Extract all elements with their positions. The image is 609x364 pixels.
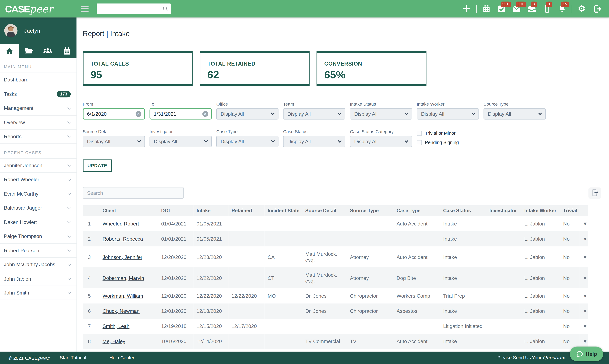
checkbox-trivial-or-minor[interactable]: Trivial or Minor <box>417 130 459 136</box>
recent-case-item[interactable]: Robert Pearson <box>0 243 77 257</box>
gear-button[interactable]: ⚙ <box>574 0 589 17</box>
select-dropdown[interactable]: Display All <box>216 136 279 147</box>
row-expand-arrow[interactable]: ▼ <box>580 247 588 267</box>
chevron-down-icon <box>271 139 275 143</box>
calendar-button[interactable] <box>479 0 494 17</box>
select-dropdown[interactable]: Display All <box>283 136 345 147</box>
chevron-down-icon <box>538 111 542 115</box>
date-input[interactable]: 1/31/2021✕ <box>149 108 212 119</box>
cell: Attorney <box>347 247 393 267</box>
cell: L. Jablon <box>521 334 560 349</box>
client-link[interactable]: Roberts, Rebecca <box>103 236 143 242</box>
sidebar-item-management[interactable]: Management <box>0 101 77 115</box>
client-link[interactable]: Workman, William <box>103 293 143 299</box>
plus-button[interactable] <box>459 0 474 17</box>
recent-case-item[interactable]: John McCarthy Jacobs <box>0 257 77 272</box>
recent-case-item[interactable]: Robert Wheeler <box>0 172 77 186</box>
global-search-box[interactable] <box>97 3 171 14</box>
filter-from: From6/1/2020✕ <box>83 102 145 119</box>
update-button[interactable]: UPDATE <box>83 159 112 172</box>
client-link[interactable]: Me, Haley <box>103 338 125 344</box>
cell: 12/22/2020 <box>193 267 229 288</box>
user-name: Jaclyn <box>24 28 40 34</box>
help-button[interactable]: Help <box>570 347 603 361</box>
avatar[interactable] <box>4 24 17 37</box>
casepeer-logo[interactable]: CASEpeer <box>0 3 73 14</box>
checkbox-box[interactable] <box>417 140 422 145</box>
footer-help-center-link[interactable]: Help Center <box>109 355 134 360</box>
row-expand-arrow[interactable]: ▼ <box>580 216 588 231</box>
bell-button[interactable]: 15 <box>555 0 569 17</box>
recent-case-item[interactable]: Paige Thompson <box>0 229 77 243</box>
global-search-input[interactable] <box>100 6 162 11</box>
cell: No <box>560 231 580 247</box>
table-header-row: ClientDOIIntakeRetainedIncident StateSou… <box>83 205 588 216</box>
recent-case-item[interactable]: Balthasar Jagger <box>0 201 77 215</box>
recent-case-item[interactable]: Jennifer Johnson <box>0 158 77 172</box>
select-dropdown[interactable]: Display All <box>216 108 279 119</box>
hamburger-menu-icon[interactable] <box>81 6 88 12</box>
client-link[interactable]: Johnson, Jennifer <box>103 254 142 260</box>
clear-date-icon[interactable]: ✕ <box>202 111 208 117</box>
cell: MO <box>264 288 302 303</box>
cell <box>347 319 393 334</box>
checkbox-pending-signing[interactable]: Pending Signing <box>417 139 459 145</box>
cell: Dr. Jones <box>302 303 347 319</box>
select-dropdown[interactable]: Display All <box>283 108 345 119</box>
client-link[interactable]: Chuck, Newman <box>103 308 140 314</box>
table-row: 4Doberman, Marvin12/01/202012/22/2020CTM… <box>83 267 588 288</box>
filter-team: TeamDisplay All <box>283 102 345 119</box>
client-cell: Smith, Leah <box>96 319 158 334</box>
cell: L. Jablon <box>521 267 560 288</box>
sidebar-item-dashboard[interactable]: Dashboard <box>0 73 77 87</box>
clear-date-icon[interactable]: ✕ <box>135 111 141 117</box>
row-expand-arrow[interactable]: ▼ <box>580 303 588 319</box>
export-button[interactable] <box>588 187 601 198</box>
recent-case-item[interactable]: Evan McCarthy <box>0 186 77 201</box>
client-link[interactable]: Smith, Leah <box>103 323 129 329</box>
select-dropdown[interactable]: Display All <box>149 136 212 147</box>
select-value: Display All <box>221 111 244 117</box>
row-expand-arrow[interactable]: ▼ <box>580 288 588 303</box>
app-window: CASEpeer 99+99+3315⚙ Jaclyn MAIN MENU Da… <box>0 0 609 364</box>
sidebar-item-overview[interactable]: Overview <box>0 115 77 129</box>
recent-case-item[interactable]: John Jablon <box>0 272 77 286</box>
signout-button[interactable] <box>589 0 604 17</box>
footer-questions-link[interactable]: Questions <box>543 355 566 360</box>
column-header-intake: Intake <box>193 205 229 216</box>
column-header-investigator: Investigator <box>486 205 521 216</box>
sidebar-item-reports[interactable]: Reports <box>0 129 77 143</box>
row-expand-arrow[interactable]: ▼ <box>580 319 588 334</box>
select-dropdown[interactable]: Display All <box>350 108 412 119</box>
date-input[interactable]: 6/1/2020✕ <box>83 108 145 119</box>
tasks-check-button[interactable]: 99+ <box>494 0 509 17</box>
select-dropdown[interactable]: Display All <box>484 108 546 119</box>
row-expand-arrow[interactable]: ▼ <box>580 231 588 247</box>
client-link[interactable]: Wheeler, Robert <box>103 221 139 227</box>
sidebar-tab-people[interactable] <box>38 44 57 58</box>
table-search-input[interactable] <box>83 187 184 199</box>
select-dropdown[interactable]: Display All <box>417 108 479 119</box>
footer-start-tutorial-link[interactable]: Start Tutorial <box>60 355 86 360</box>
recent-case-item[interactable]: John Smith <box>0 286 77 300</box>
sidebar-item-tasks[interactable]: Tasks173 <box>0 87 77 101</box>
recent-case-item[interactable]: Daken Howlett <box>0 215 77 229</box>
client-link[interactable]: Doberman, Marvin <box>103 275 144 281</box>
phone-button[interactable]: 3 <box>539 0 555 17</box>
row-number: 6 <box>83 303 96 319</box>
chevron-down-icon <box>405 111 408 115</box>
sidebar-tab-calendar[interactable] <box>57 44 77 58</box>
sidebar-tab-home[interactable] <box>0 44 19 58</box>
select-dropdown[interactable]: Display All <box>83 136 145 147</box>
select-dropdown[interactable]: Display All <box>350 136 412 147</box>
inbox-button[interactable]: 3 <box>524 0 539 17</box>
checkbox-box[interactable] <box>417 131 422 136</box>
client-cell: Me, Haley <box>96 334 158 349</box>
row-number: 2 <box>83 231 96 247</box>
sidebar-tab-folder[interactable] <box>19 44 38 58</box>
mail-button[interactable]: 99+ <box>509 0 524 17</box>
client-cell: Johnson, Jennifer <box>96 247 158 267</box>
table-toolbar <box>83 187 601 199</box>
chevron-down-icon <box>67 177 71 181</box>
row-expand-arrow[interactable]: ▼ <box>580 267 588 288</box>
